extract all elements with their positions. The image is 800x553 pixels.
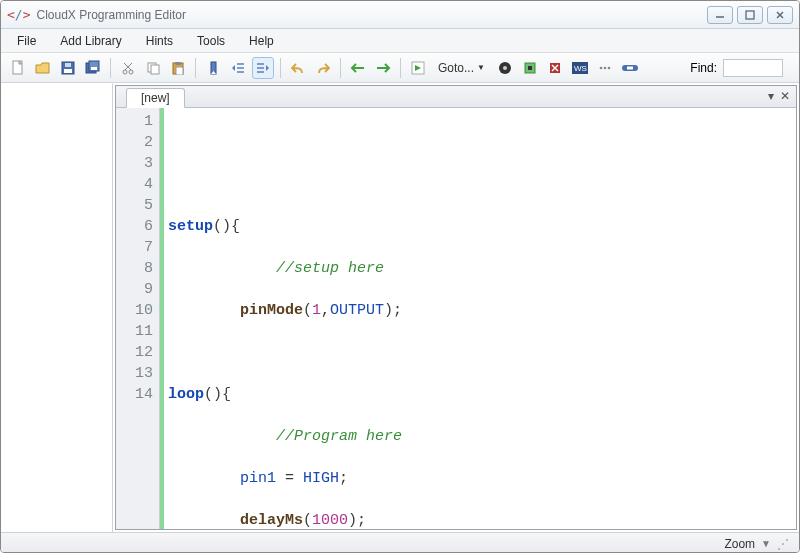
chip-icon[interactable]	[494, 57, 516, 79]
svg-rect-16	[151, 65, 159, 74]
tab-bar: [new] ▾ ✕	[116, 86, 796, 108]
svg-rect-31	[528, 66, 532, 70]
tab-label: [new]	[141, 91, 170, 105]
toolbar-separator	[280, 58, 281, 78]
indent-right-icon[interactable]	[252, 57, 274, 79]
svg-rect-7	[65, 63, 71, 67]
svg-rect-18	[175, 62, 181, 65]
link-icon[interactable]	[619, 57, 641, 79]
menu-tools[interactable]: Tools	[187, 31, 235, 51]
maximize-button[interactable]	[737, 6, 763, 24]
chevron-down-icon: ▼	[477, 63, 485, 72]
goto-button[interactable]: Goto... ▼	[432, 59, 491, 77]
copy-icon[interactable]	[142, 57, 164, 79]
window-controls	[707, 6, 793, 24]
tab-close-icon[interactable]: ✕	[780, 89, 790, 103]
tab-menu-icon[interactable]: ▾	[768, 89, 774, 103]
new-file-icon[interactable]	[7, 57, 29, 79]
toolbar-separator	[195, 58, 196, 78]
minimize-button[interactable]	[707, 6, 733, 24]
find-area: Find:	[690, 59, 793, 77]
editor: [new] ▾ ✕ 1 2 3 4 5 6 7 8 9 10 11 12 13	[115, 85, 797, 530]
menu-help[interactable]: Help	[239, 31, 284, 51]
find-input[interactable]	[723, 59, 783, 77]
app-icon: </>	[7, 7, 30, 22]
sidebar[interactable]	[1, 83, 113, 532]
svg-line-14	[124, 63, 131, 70]
board-icon[interactable]	[519, 57, 541, 79]
svg-point-29	[503, 66, 507, 70]
code-text[interactable]: setup(){ //setup here pinMode(1,OUTPUT);…	[164, 108, 796, 529]
svg-point-37	[600, 66, 603, 69]
toolbar: Goto... ▼ WS Find:	[1, 53, 799, 83]
zoom-dropdown-icon[interactable]: ▼	[761, 538, 771, 549]
save-all-icon[interactable]	[82, 57, 104, 79]
indent-left-icon[interactable]	[227, 57, 249, 79]
dots-icon[interactable]	[594, 57, 616, 79]
svg-point-12	[129, 70, 133, 74]
svg-rect-10	[91, 67, 97, 70]
svg-text:WS: WS	[574, 64, 587, 73]
open-file-icon[interactable]	[32, 57, 54, 79]
status-bar: Zoom ▼ ⋰	[1, 532, 799, 553]
svg-point-38	[604, 66, 607, 69]
code-area[interactable]: 1 2 3 4 5 6 7 8 9 10 11 12 13 14 setup()…	[116, 108, 796, 529]
redo-icon[interactable]	[312, 57, 334, 79]
menu-add-library[interactable]: Add Library	[50, 31, 131, 51]
resize-grip-icon[interactable]: ⋰	[777, 537, 789, 551]
svg-point-11	[123, 70, 127, 74]
bookmark-icon[interactable]	[202, 57, 224, 79]
menu-hints[interactable]: Hints	[136, 31, 183, 51]
undo-icon[interactable]	[287, 57, 309, 79]
stop-icon[interactable]	[544, 57, 566, 79]
tab-new[interactable]: [new]	[126, 88, 185, 108]
svg-rect-41	[627, 66, 633, 69]
cut-icon[interactable]	[117, 57, 139, 79]
app-title: CloudX Programming Editor	[36, 8, 185, 22]
goto-label: Goto...	[438, 61, 474, 75]
compile-icon[interactable]	[407, 57, 429, 79]
find-label: Find:	[690, 61, 717, 75]
titlebar: </> CloudX Programming Editor	[1, 1, 799, 29]
ws-icon[interactable]: WS	[569, 57, 591, 79]
nav-forward-icon[interactable]	[372, 57, 394, 79]
menubar: File Add Library Hints Tools Help	[1, 29, 799, 53]
nav-back-icon[interactable]	[347, 57, 369, 79]
main-area: [new] ▾ ✕ 1 2 3 4 5 6 7 8 9 10 11 12 13	[1, 83, 799, 532]
toolbar-separator	[400, 58, 401, 78]
save-icon[interactable]	[57, 57, 79, 79]
svg-rect-1	[746, 11, 754, 19]
svg-point-39	[608, 66, 611, 69]
zoom-label[interactable]: Zoom	[724, 537, 755, 551]
close-button[interactable]	[767, 6, 793, 24]
svg-rect-6	[64, 69, 72, 73]
toolbar-separator	[340, 58, 341, 78]
menu-file[interactable]: File	[7, 31, 46, 51]
svg-rect-19	[176, 67, 183, 75]
toolbar-separator	[110, 58, 111, 78]
svg-line-13	[125, 63, 132, 70]
line-gutter: 1 2 3 4 5 6 7 8 9 10 11 12 13 14	[116, 108, 160, 529]
paste-icon[interactable]	[167, 57, 189, 79]
